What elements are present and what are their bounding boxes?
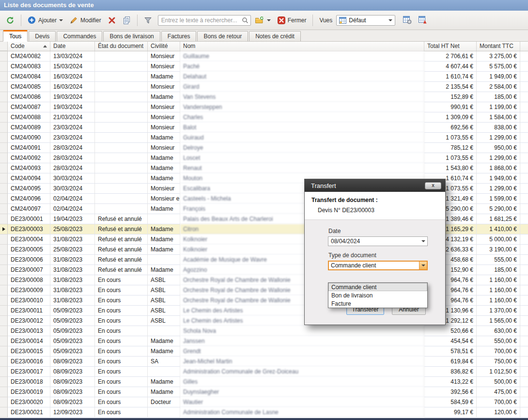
table-row[interactable]: CM24/0083 15/03/2024 Monsieur Paché 4 60… [0, 62, 528, 72]
cell-civilite: ASBL [148, 316, 180, 326]
table-row[interactable]: DE23/00020 08/09/2023 En cours Docteur W… [0, 397, 528, 407]
table-row[interactable]: DE23/00013 05/09/2023 En cours Schola No… [0, 326, 528, 336]
tab-bons-de-livraison[interactable]: Bons de livraison [103, 31, 160, 41]
table-row[interactable]: DE23/00021 12/09/2023 En cours Administr… [0, 407, 528, 418]
table-row[interactable]: DE23/00019 08/09/2023 En cours Madame Du… [0, 387, 528, 397]
table-row[interactable]: CM24/0082 13/03/2024 Monsieur Guillaume … [0, 51, 528, 62]
table-row[interactable]: DE23/00004 31/08/2023 Refusé et annulé M… [0, 234, 528, 245]
type-combobox-button[interactable] [419, 262, 427, 269]
table-row[interactable]: CM24/0096 02/04/2024 Monsieur e... Caste… [0, 194, 528, 204]
cell-etat: En cours [95, 296, 148, 306]
filter-button[interactable] [141, 15, 155, 26]
date-combobox[interactable]: 08/04/2024 [328, 236, 428, 246]
table-row[interactable]: DE23/00003 25/08/2023 Refusé et annulé M… [0, 224, 528, 234]
cell-civilite: ASBL [148, 306, 180, 316]
views-combobox[interactable]: Défaut [336, 15, 395, 26]
cell-etat [95, 123, 148, 133]
table-row[interactable]: CM24/0090 23/03/2024 Madame Guiraud 1 07… [0, 133, 528, 143]
cell-etat [95, 62, 148, 72]
refresh-button[interactable] [3, 15, 17, 26]
table-row[interactable]: DE23/00014 05/09/2023 En cours Madame Ja… [0, 336, 528, 346]
date-combobox-button[interactable] [419, 237, 427, 246]
type-combobox[interactable]: Commande client [328, 261, 428, 270]
row-indicator-cell [0, 245, 8, 255]
table-row[interactable]: CM24/0093 28/03/2024 Madame Renaut 1 543… [0, 163, 528, 173]
cell-nom: Duynslaegher [180, 387, 424, 397]
dropdown-option[interactable]: Bon de livraison [328, 291, 427, 299]
window-bottom-edge [0, 418, 528, 420]
tab-devis[interactable]: Devis [29, 31, 56, 41]
cell-montant-ttc: 2 584,00 € [477, 82, 520, 92]
cell-date: 30/03/2024 [50, 184, 95, 194]
table-row[interactable]: DE23/00018 08/09/2023 En cours Madame Gi… [0, 377, 528, 387]
dropdown-option[interactable]: Commande client [328, 283, 427, 291]
search-icon[interactable] [242, 17, 248, 24]
cell-montant-ttc: 1 565,00 € [477, 316, 520, 326]
grid-export-button[interactable] [416, 15, 430, 26]
table-row[interactable]: DE23/00007 31/08/2023 Refusé et annulé M… [0, 265, 528, 275]
row-indicator-cell [0, 112, 8, 123]
column-header-code[interactable]: Code [8, 42, 50, 51]
cell-total-ht: 99,17 € [424, 407, 477, 418]
table-row[interactable]: CM24/0094 30/03/2024 Madame Mouton 1 610… [0, 173, 528, 184]
cell-date: 12/09/2023 [50, 407, 95, 418]
table-row[interactable]: CM24/0087 19/03/2024 Monsieur Vanderstep… [0, 102, 528, 112]
search-input[interactable] [158, 15, 251, 26]
table-row[interactable]: DE23/00005 25/08/2023 Refusé et annulé M… [0, 245, 528, 255]
column-header-total-ht[interactable]: Total HT Net [424, 42, 477, 51]
grid-rows: CM24/0082 13/03/2024 Monsieur Guillaume … [0, 51, 528, 418]
column-header-civilite[interactable]: Civilité [148, 42, 180, 51]
column-header-nom[interactable]: Nom [180, 42, 424, 51]
column-header-etat[interactable]: État du document [95, 42, 148, 51]
close-list-button[interactable]: Fermer [275, 15, 310, 26]
cell-date: 21/03/2024 [50, 112, 95, 123]
grid-settings-button[interactable] [400, 15, 415, 26]
table-row[interactable]: DE23/00008 31/08/2023 En cours ASBL Orch… [0, 275, 528, 285]
cell-etat: Refusé et annulé [95, 265, 148, 275]
table-row[interactable]: DE23/00016 08/09/2023 En cours SA Jean-M… [0, 357, 528, 367]
table-row[interactable]: CM24/0086 19/03/2024 Madame Van Stevens … [0, 92, 528, 102]
refresh-icon [6, 16, 15, 25]
modify-button[interactable]: Modifier [67, 15, 104, 26]
table-row[interactable]: DE23/00015 05/09/2023 En cours Madame Gr… [0, 346, 528, 357]
column-header-date[interactable]: Date [50, 42, 95, 51]
cell-filler [520, 214, 528, 224]
column-header-montant-ttc[interactable]: Montant TTC [477, 42, 520, 51]
cell-etat: En cours [95, 367, 148, 377]
table-row[interactable]: CM24/0095 30/03/2024 Monsieur Escalibara… [0, 184, 528, 194]
tab-factures[interactable]: Factures [161, 31, 197, 41]
table-row[interactable]: DE23/00011 05/09/2023 En cours ASBL Le C… [0, 306, 528, 316]
cell-filler [520, 346, 528, 357]
cell-etat [95, 184, 148, 194]
cell-filler [520, 112, 528, 123]
table-row[interactable]: CM24/0085 16/03/2024 Monsieur Girard 2 1… [0, 82, 528, 92]
add-button[interactable]: Ajouter [25, 15, 66, 26]
tab-commandes[interactable]: Commandes [57, 31, 102, 41]
export-folder-button[interactable] [252, 15, 274, 26]
table-row[interactable]: CM24/0092 28/03/2024 Madame Loscet 1 073… [0, 153, 528, 163]
duplicate-button[interactable] [120, 15, 134, 26]
table-row[interactable]: DE23/00012 05/09/2023 En cours ASBL Le C… [0, 316, 528, 326]
table-row[interactable]: CM24/0088 21/03/2024 Monsieur Charles 1 … [0, 112, 528, 123]
dialog-close-button[interactable]: x [425, 182, 441, 189]
table-row[interactable]: CM24/0089 23/03/2024 Monsieur Balot 692,… [0, 123, 528, 133]
delete-button[interactable] [105, 15, 119, 26]
table-row[interactable]: DE23/00017 08/09/2023 En cours Administr… [0, 367, 528, 377]
dropdown-option[interactable]: Facture [328, 299, 427, 308]
table-row[interactable]: DE23/00010 31/08/2023 En cours ASBL Orch… [0, 296, 528, 306]
cell-filler [520, 367, 528, 377]
table-row[interactable]: DE23/00006 31/08/2023 Refusé et annulé A… [0, 255, 528, 265]
tab-notes-de-cr-dit[interactable]: Notes de crédit [249, 31, 301, 41]
table-row[interactable]: DE23/00001 19/04/2023 Refusé et annulé P… [0, 214, 528, 224]
cell-etat: En cours [95, 336, 148, 346]
table-row[interactable]: DE23/00009 31/08/2023 En cours ASBL Orch… [0, 285, 528, 296]
table-row[interactable]: CM24/0097 02/04/2024 Madame François 5 2… [0, 204, 528, 214]
row-indicator-cell [0, 173, 8, 184]
cell-date: 05/09/2023 [50, 336, 95, 346]
table-row[interactable]: CM24/0091 28/03/2024 Monsieur Delroye 78… [0, 143, 528, 153]
tab-bons-de-retour[interactable]: Bons de retour [197, 31, 248, 41]
tab-tous[interactable]: Tous [3, 30, 28, 42]
cell-date: 31/08/2023 [50, 255, 95, 265]
cell-montant-ttc: 838,00 € [477, 123, 520, 133]
table-row[interactable]: CM24/0084 16/03/2024 Madame Delahaut 1 6… [0, 72, 528, 82]
